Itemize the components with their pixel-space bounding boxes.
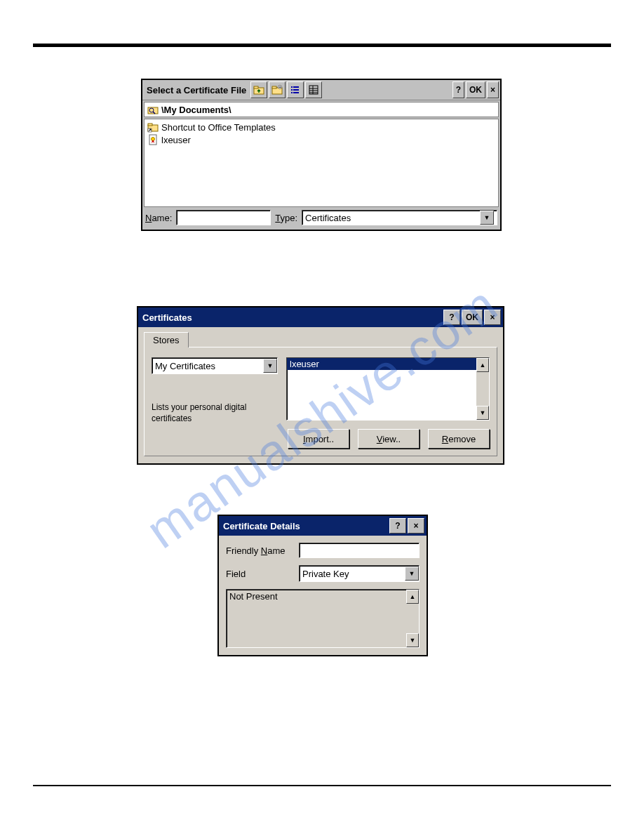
store-description: Lists your personal digital certificates (152, 402, 278, 424)
new-folder-button[interactable]: ✦ (269, 81, 286, 98)
type-value: Certificates (305, 213, 351, 223)
folder-new-icon: ✦ (271, 84, 283, 95)
certificates-dialog: Certificates ? OK × Stores My Certificat… (137, 306, 504, 465)
tab-stores[interactable]: Stores (144, 332, 189, 348)
details-textarea[interactable]: Not Present ▲ ▼ (226, 589, 420, 648)
svg-text:✦: ✦ (279, 85, 281, 89)
file-list[interactable]: Shortcut to Office Templates lxeuser (144, 119, 499, 207)
friendly-name-input[interactable] (299, 543, 420, 558)
search-folder-icon (147, 104, 159, 115)
svg-rect-9 (293, 89, 299, 91)
top-rule (33, 44, 611, 47)
view-button[interactable]: View.. (358, 429, 420, 449)
up-folder-button[interactable] (250, 81, 267, 98)
field-value: Private Key (302, 569, 405, 579)
help-button[interactable]: ? (389, 518, 406, 534)
scroll-down-icon[interactable]: ▼ (406, 633, 419, 647)
cert-details-dialog: Certificate Details ? × Friendly Name Fi… (217, 515, 428, 656)
ok-button[interactable]: OK (466, 81, 485, 98)
file-name: Shortcut to Office Templates (161, 122, 276, 133)
stores-panel: My Certificates ▼ Lists your personal di… (144, 347, 497, 456)
scroll-down-icon[interactable]: ▼ (476, 406, 489, 420)
help-button[interactable]: ? (452, 81, 464, 98)
cert-listbox[interactable]: lxeuser ▲ ▼ (286, 357, 490, 421)
ok-button[interactable]: OK (462, 310, 483, 325)
scroll-up-icon[interactable]: ▲ (406, 590, 419, 604)
details-value: Not Present (227, 590, 406, 647)
remove-button[interactable]: Remove (428, 429, 490, 449)
svg-point-24 (152, 138, 155, 141)
dialog2-title: Certificates (142, 312, 442, 323)
svg-rect-11 (293, 92, 299, 93)
close-button[interactable]: × (484, 310, 501, 325)
close-button[interactable]: × (408, 518, 424, 534)
bottom-rule (33, 785, 611, 786)
name-label: Name: (145, 213, 172, 223)
store-select[interactable]: My Certificates ▼ (152, 357, 278, 374)
scroll-up-icon[interactable]: ▲ (476, 358, 489, 372)
dialog1-title: Select a Certificate File (144, 85, 249, 95)
list-item[interactable]: lxeuser (146, 133, 497, 146)
friendly-name-label: Friendly Name (226, 545, 293, 556)
dialog3-title: Certificate Details (223, 521, 388, 531)
name-input[interactable] (176, 210, 271, 225)
path-bar[interactable]: \My Documents\ (144, 102, 499, 117)
cert-file-icon (147, 134, 159, 145)
dialog3-titlebar: Certificate Details ? × (219, 516, 427, 536)
list-item[interactable]: Shortcut to Office Templates (146, 121, 497, 133)
folder-up-icon (253, 84, 264, 95)
dialog2-body: Stores My Certificates ▼ Lists your pers… (138, 327, 503, 463)
type-label: Type: (275, 213, 297, 223)
type-select[interactable]: Certificates ▼ (302, 210, 497, 225)
field-label: Field (226, 569, 293, 579)
list-icon (290, 84, 301, 95)
svg-rect-1 (254, 86, 258, 88)
dialog1-titlebar: Select a Certificate File ✦ ? OK × (142, 80, 500, 100)
svg-rect-3 (272, 86, 276, 88)
list-view-button[interactable] (287, 81, 304, 98)
help-button[interactable]: ? (443, 310, 460, 325)
svg-rect-7 (293, 86, 299, 88)
svg-rect-21 (148, 124, 152, 126)
chevron-down-icon: ▼ (480, 211, 494, 225)
details-icon (308, 84, 319, 95)
dialog1-bottom: Name: Type: Certificates ▼ (142, 207, 500, 230)
close-button[interactable]: × (487, 81, 499, 98)
chevron-down-icon: ▼ (263, 359, 277, 373)
chevron-down-icon: ▼ (405, 567, 419, 581)
field-select[interactable]: Private Key ▼ (299, 565, 420, 582)
svg-rect-8 (291, 89, 293, 91)
details-view-button[interactable] (305, 81, 322, 98)
svg-rect-6 (291, 86, 293, 88)
list-item[interactable]: lxeuser (287, 358, 476, 370)
svg-rect-10 (291, 92, 293, 93)
path-text: \My Documents\ (161, 105, 232, 115)
scrollbar[interactable]: ▲ ▼ (406, 590, 419, 647)
import-button[interactable]: Import.. (288, 429, 349, 449)
scrollbar[interactable]: ▲ ▼ (476, 358, 489, 420)
store-value: My Certificates (155, 361, 263, 371)
folder-shortcut-icon (147, 121, 159, 133)
dialog3-body: Friendly Name Field Private Key ▼ Not Pr… (219, 536, 427, 655)
dialog2-titlebar: Certificates ? OK × (138, 307, 503, 327)
select-cert-file-dialog: Select a Certificate File ✦ ? OK × \My D… (141, 79, 502, 231)
file-name: lxeuser (161, 135, 191, 145)
